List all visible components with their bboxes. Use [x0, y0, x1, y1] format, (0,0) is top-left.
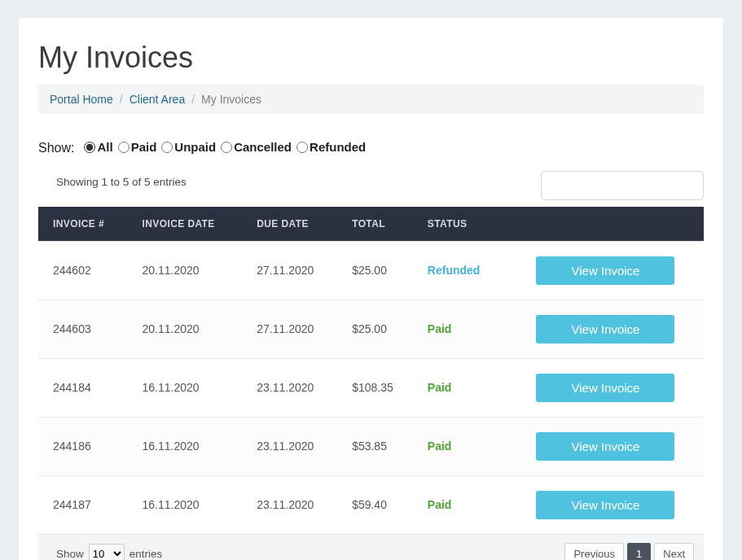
- invoice-number: 244184: [38, 358, 133, 417]
- status-badge: Paid: [428, 381, 452, 394]
- filter-option-refunded[interactable]: Refunded: [296, 140, 366, 154]
- status-cell: Refunded: [418, 241, 507, 300]
- due-date: 23.11.2020: [247, 417, 342, 475]
- pager-page[interactable]: 1: [627, 543, 651, 561]
- search-input[interactable]: [541, 171, 704, 200]
- total: $108.35: [342, 358, 418, 417]
- breadcrumb-current: My Invoices: [201, 93, 261, 106]
- filter-option-label: Paid: [131, 140, 157, 154]
- column-header[interactable]: INVOICE DATE: [133, 207, 248, 242]
- filter-option-label: Unpaid: [174, 140, 216, 154]
- invoice-date: 20.11.2020: [133, 300, 248, 358]
- status-badge: Refunded: [428, 264, 481, 277]
- due-date: 23.11.2020: [247, 358, 342, 417]
- total: $25.00: [342, 300, 418, 358]
- entries-info: Showing 1 to 5 of 5 entries: [38, 171, 187, 188]
- filter-radio-unpaid[interactable]: [161, 142, 173, 153]
- table-footer: Show 102550100 entries Previous1Next: [38, 534, 704, 561]
- filter-option-cancelled[interactable]: Cancelled: [221, 140, 292, 154]
- pager: Previous1Next: [564, 543, 694, 561]
- search-box: [541, 171, 704, 200]
- column-header[interactable]: INVOICE #: [38, 207, 133, 242]
- invoices-card: My Invoices Portal Home/Client Area/My I…: [19, 18, 723, 560]
- filter-option-label: Refunded: [310, 140, 366, 154]
- filter-radio-refunded[interactable]: [296, 142, 308, 153]
- status-cell: Paid: [418, 358, 507, 417]
- action-cell: View Invoice: [507, 475, 704, 534]
- filter-option-label: Cancelled: [234, 140, 292, 154]
- pager-prev[interactable]: Previous: [564, 543, 624, 561]
- column-header[interactable]: TOTAL: [342, 207, 418, 242]
- length-control: Show 102550100 entries: [56, 544, 162, 560]
- invoice-number: 244187: [38, 475, 133, 534]
- total: $59.40: [342, 475, 418, 534]
- view-invoice-button[interactable]: View Invoice: [536, 374, 674, 402]
- length-select[interactable]: 102550100: [89, 544, 125, 560]
- status-cell: Paid: [418, 475, 507, 534]
- due-date: 27.11.2020: [247, 241, 342, 300]
- invoice-date: 20.11.2020: [133, 241, 248, 300]
- filter-option-all[interactable]: All: [84, 140, 112, 154]
- filter-option-unpaid[interactable]: Unpaid: [161, 140, 216, 154]
- filter-option-label: All: [97, 140, 112, 154]
- filter-label: Show:: [38, 141, 74, 155]
- view-invoice-button[interactable]: View Invoice: [536, 432, 674, 461]
- length-suffix: entries: [130, 548, 163, 560]
- status-cell: Paid: [418, 300, 507, 358]
- total: $25.00: [342, 241, 418, 300]
- column-header[interactable]: DUE DATE: [247, 207, 342, 242]
- filter-option-paid[interactable]: Paid: [118, 140, 157, 154]
- action-cell: View Invoice: [507, 241, 704, 300]
- status-cell: Paid: [418, 417, 507, 475]
- pager-next[interactable]: Next: [654, 543, 694, 561]
- filter-radio-all[interactable]: [84, 142, 95, 153]
- invoices-table: INVOICE #INVOICE DATEDUE DATETOTALSTATUS…: [38, 207, 704, 534]
- status-filter: Show: AllPaidUnpaidCancelledRefunded: [38, 140, 704, 156]
- invoice-date: 16.11.2020: [133, 417, 248, 475]
- filter-radio-paid[interactable]: [118, 142, 130, 153]
- action-cell: View Invoice: [507, 358, 704, 417]
- invoice-number: 244602: [38, 241, 133, 300]
- table-row: 24418616.11.202023.11.2020$53.85PaidView…: [38, 417, 704, 475]
- view-invoice-button[interactable]: View Invoice: [536, 256, 674, 285]
- length-prefix: Show: [56, 548, 84, 560]
- invoice-date: 16.11.2020: [133, 358, 248, 417]
- breadcrumb-sep: /: [120, 93, 123, 106]
- page-title: My Invoices: [38, 41, 704, 75]
- due-date: 23.11.2020: [247, 475, 342, 534]
- table-row: 24460320.11.202027.11.2020$25.00PaidView…: [38, 300, 704, 358]
- breadcrumb-link[interactable]: Client Area: [130, 93, 185, 106]
- action-cell: View Invoice: [507, 417, 704, 475]
- breadcrumb-link[interactable]: Portal Home: [50, 93, 113, 106]
- table-controls: Showing 1 to 5 of 5 entries: [38, 171, 704, 200]
- filter-radio-cancelled[interactable]: [221, 142, 232, 153]
- breadcrumb-sep: /: [191, 93, 195, 106]
- total: $53.85: [342, 417, 418, 475]
- view-invoice-button[interactable]: View Invoice: [536, 491, 674, 519]
- status-badge: Paid: [428, 322, 452, 335]
- column-header[interactable]: [507, 207, 704, 242]
- view-invoice-button[interactable]: View Invoice: [536, 315, 674, 343]
- table-row: 24418416.11.202023.11.2020$108.35PaidVie…: [38, 358, 704, 417]
- table-row: 24418716.11.202023.11.2020$59.40PaidView…: [38, 475, 704, 534]
- table-row: 24460220.11.202027.11.2020$25.00Refunded…: [38, 241, 704, 300]
- action-cell: View Invoice: [507, 300, 704, 358]
- status-badge: Paid: [428, 440, 452, 453]
- status-badge: Paid: [428, 498, 452, 511]
- column-header[interactable]: STATUS: [418, 207, 507, 242]
- due-date: 27.11.2020: [247, 300, 342, 358]
- invoice-number: 244603: [38, 300, 133, 358]
- breadcrumb: Portal Home/Client Area/My Invoices: [38, 85, 704, 114]
- invoice-number: 244186: [38, 417, 133, 475]
- invoice-date: 16.11.2020: [133, 475, 248, 534]
